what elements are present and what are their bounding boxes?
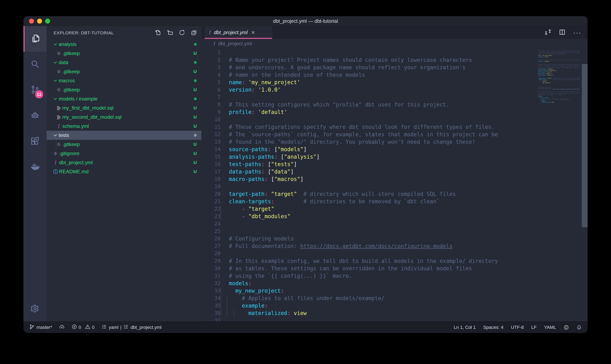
linter-status[interactable]: yaml | dbt_project.yml [101, 324, 161, 331]
warnings-icon [85, 324, 90, 331]
tree-file-readme-md[interactable]: README.mdU [47, 167, 201, 176]
language-mode[interactable]: YAML [544, 325, 556, 330]
git-untracked-badge: U [194, 69, 197, 74]
minimap-line: data-paths: ["data"] [537, 73, 580, 75]
tree-item-label: my_first_dbt_model.sql [62, 105, 194, 111]
git-file-icon [55, 142, 62, 147]
line-number: 5 [201, 78, 221, 86]
line-number: 36 [201, 309, 221, 317]
minimize-window-button[interactable] [37, 19, 42, 24]
code-line: 32models: [201, 280, 588, 287]
error-count: 0 [79, 325, 81, 330]
activity-bar: 11 [23, 26, 47, 321]
tab-dbt-project-yml[interactable]: ! dbt_project.yml × [205, 26, 272, 39]
minimap-line: # These configurations specify where dbt… [537, 64, 580, 65]
tree-file--gitkeep[interactable]: .gitkeepU [47, 85, 201, 94]
errors-icon [72, 324, 77, 331]
activity-debug[interactable] [23, 103, 47, 129]
minimap-line: # In this example config, we tell dbt to… [537, 91, 580, 92]
tree-folder-data[interactable]: data [47, 58, 201, 67]
new-folder-button[interactable] [167, 29, 173, 37]
minimap-line: # The `source-paths` config, for example… [537, 65, 580, 67]
line-number: 12 [201, 131, 221, 138]
search-icon [30, 59, 40, 70]
minimap-line: profile: 'default' [537, 61, 580, 62]
code-line: 21clean-targets: # directories to be rem… [201, 198, 588, 205]
tree-folder-models-example[interactable]: models / example [47, 94, 201, 104]
branch-indicator[interactable]: master* [29, 324, 52, 331]
git-untracked-badge: U [194, 142, 197, 147]
tab-label: dbt_project.yml [214, 30, 248, 35]
checklist-icon [101, 324, 107, 331]
indentation-setting[interactable]: Spaces: 4 [483, 325, 503, 330]
close-tab-icon[interactable]: × [251, 29, 255, 36]
tree-file--gitkeep[interactable]: .gitkeepU [47, 67, 201, 76]
minimap[interactable]: # Name your project! Project names shoul… [537, 49, 580, 105]
tree-file--gitkeep[interactable]: .gitkeepU [47, 49, 201, 58]
line-number: 18 [201, 175, 221, 183]
indent-guide [227, 295, 227, 302]
code-line: 8# This setting configures which "profil… [201, 101, 588, 108]
breadcrumb[interactable]: ! dbt_project.yml [201, 39, 588, 48]
tree-folder-tests[interactable]: tests [47, 131, 201, 140]
encoding-setting[interactable]: UTF-8 [511, 325, 524, 330]
git-untracked-badge: U [194, 123, 197, 129]
code-line: 17data-paths: ["data"] [201, 168, 588, 175]
line-number: 31 [201, 272, 221, 280]
activity-explorer[interactable] [23, 26, 47, 52]
line-number: 34 [201, 295, 221, 302]
code-editor[interactable]: 12# Name your project! Project names sho… [201, 48, 588, 321]
close-window-button[interactable] [29, 19, 34, 24]
activity-search[interactable] [23, 52, 47, 77]
manage-button[interactable] [23, 297, 47, 321]
git-untracked-badge: U [194, 160, 197, 165]
git-file-icon [52, 151, 59, 156]
tree-file--gitkeep[interactable]: .gitkeepU [47, 140, 201, 149]
minimap-line: name: 'my_new_project' [537, 55, 580, 56]
new-file-button[interactable] [155, 29, 161, 37]
problems-indicator[interactable]: 0 0 [72, 324, 95, 331]
tree-file--gitignore[interactable]: .gitignoreU [47, 149, 201, 158]
tree-item-label: macros [59, 78, 194, 84]
minimap-line: - "target" [537, 80, 580, 82]
tree-file-dbt-project-yml[interactable]: !dbt_project.ymlU [47, 158, 201, 167]
tree-file-my-first-dbt-model-sql[interactable]: my_first_dbt_model.sqlU [47, 104, 201, 113]
collapse-folders-button[interactable] [191, 29, 197, 37]
notifications-bell-icon[interactable] [576, 325, 582, 330]
cursor-position[interactable]: Ln 1, Col 1 [454, 325, 475, 330]
line-number: 19 [201, 183, 221, 190]
eol-setting[interactable]: LF [531, 325, 537, 330]
window-title: dbt_project.yml — dbt-tutorial [273, 18, 338, 24]
zoom-window-button[interactable] [45, 19, 50, 24]
indent-guide [227, 302, 227, 309]
activity-source-control[interactable]: 11 [23, 77, 47, 103]
explorer-header: EXPLORER: DBT-TUTORIAL [47, 26, 201, 40]
code-line: 34 # Applies to all files under models/e… [201, 295, 588, 302]
code-line: 31# using the `{{ config(...) }}` macro. [201, 272, 588, 280]
tree-item-label: dbt_project.yml [59, 160, 194, 166]
line-number: 30 [201, 265, 221, 272]
tree-folder-macros[interactable]: macros [47, 76, 201, 85]
status-bar: master* 0 [23, 321, 588, 333]
branch-name: master* [36, 325, 52, 330]
line-number: 17 [201, 168, 221, 175]
split-editor-icon[interactable] [559, 29, 566, 36]
chevron-down-icon [52, 78, 59, 83]
minimap-line: materialized: view [537, 102, 580, 103]
refresh-explorer-button[interactable] [179, 29, 185, 37]
activity-extensions[interactable] [23, 129, 47, 154]
files-icon [30, 33, 40, 44]
tree-file-my-second-dbt-model-sql[interactable]: my_second_dbt_model.sqlU [47, 113, 201, 122]
gear-icon [30, 303, 40, 314]
scrollbar-thumb[interactable] [582, 64, 588, 227]
indent-guide [227, 309, 227, 317]
publish-changes-button[interactable] [59, 324, 65, 331]
tree-item-label: .gitkeep [62, 69, 194, 75]
sql-file-icon [55, 115, 62, 119]
tree-folder-analysis[interactable]: analysis [47, 40, 201, 49]
open-changes-icon[interactable] [544, 29, 551, 36]
tree-file-schema-yml[interactable]: !schema.ymlU [47, 122, 201, 131]
feedback-smiley-icon[interactable] [564, 325, 569, 330]
activity-docker[interactable] [23, 154, 47, 180]
code-line: 10 [201, 116, 588, 123]
